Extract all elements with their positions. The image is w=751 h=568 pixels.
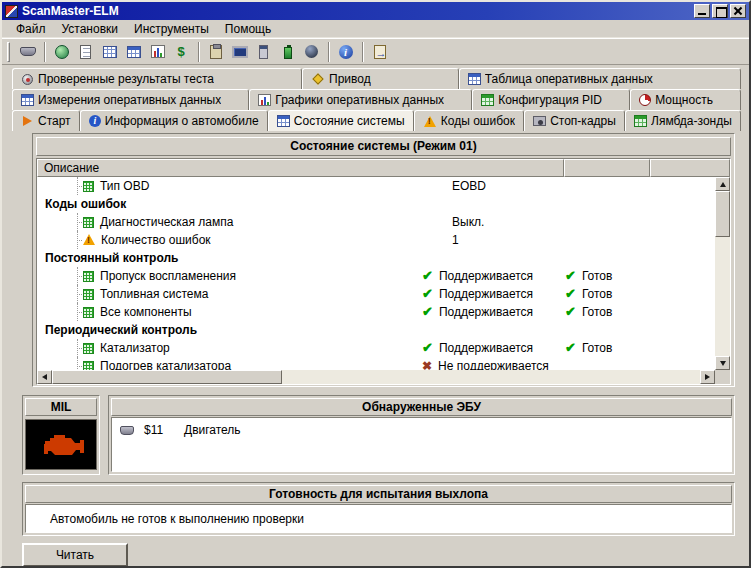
table-row[interactable]: Все компоненты✔Поддерживается✔Готов — [37, 303, 715, 321]
column-header-blank-1[interactable] — [564, 159, 650, 177]
close-button[interactable] — [730, 4, 746, 18]
tab-label: Состояние системы — [294, 114, 405, 128]
tab-lambda-sensors[interactable]: Лямбда-зонды — [625, 110, 741, 131]
clipboard-button[interactable] — [204, 40, 227, 63]
scroll-left-button[interactable] — [37, 370, 52, 384]
ecu-icon — [120, 426, 134, 435]
table-row[interactable]: Тип OBDEOBD — [37, 177, 715, 195]
tab-test-results[interactable]: Проверенные результаты теста — [12, 68, 302, 89]
toolbar-grip — [7, 42, 10, 62]
ecu-entry[interactable]: $11Двигатель — [112, 418, 731, 442]
scroll-down-button[interactable] — [715, 356, 730, 370]
cross-icon: ✖ — [422, 357, 432, 370]
status-grid-icon — [83, 217, 94, 228]
column-header-description[interactable]: Описание — [37, 159, 564, 177]
readiness-text: Готов — [582, 341, 613, 355]
check-icon: ✔ — [422, 285, 433, 303]
system-status-title: Состояние системы (Режим 01) — [36, 137, 731, 156]
toolbar — [2, 38, 749, 65]
app-icon — [5, 5, 18, 18]
tab-live-data-measurements[interactable]: Измерения оперативных данных — [12, 89, 249, 110]
group-label: Постоянный контроль — [45, 251, 178, 265]
exit-button[interactable] — [368, 40, 391, 63]
table-group-row[interactable]: Постоянный контроль — [37, 249, 715, 267]
tab-live-data-table[interactable]: Таблица оперативных данных — [459, 68, 741, 89]
table-row[interactable]: Топливная система✔Поддерживается✔Готов — [37, 285, 715, 303]
phone-button[interactable] — [252, 40, 275, 63]
vertical-scroll-thumb[interactable] — [715, 191, 730, 237]
info-button[interactable] — [334, 40, 357, 63]
value-cell: ✔Поддерживается — [422, 339, 533, 357]
read-button[interactable]: Читать — [22, 543, 128, 567]
menu-item[interactable]: Установки — [54, 21, 126, 37]
tab-power[interactable]: Мощность — [630, 89, 741, 110]
tab-freeze-frames[interactable]: Стоп-кадры — [524, 110, 625, 131]
title-bar: ScanMaster-ELM — [2, 2, 749, 20]
table-row[interactable]: Катализатор✔Поддерживается✔Готов — [37, 339, 715, 357]
phone-icon — [259, 45, 268, 59]
menu-item[interactable]: Помощь — [217, 21, 279, 37]
obd-connector-button[interactable] — [16, 40, 39, 63]
value-cell: Выкл. — [452, 213, 484, 231]
horizontal-scroll-thumb[interactable] — [52, 370, 282, 384]
tab-pid-config[interactable]: Конфигурация PID — [472, 89, 630, 110]
tab-area: Проверенные результаты тестаПриводТаблиц… — [2, 65, 749, 131]
warning-icon — [83, 234, 95, 245]
tab-start[interactable]: Старт — [12, 110, 80, 131]
table-group-row[interactable]: Коды ошибок — [37, 195, 715, 213]
actuator-icon — [312, 73, 323, 84]
minimize-button[interactable] — [694, 4, 710, 18]
readiness-cell: ✔Готов — [565, 303, 612, 321]
maximize-button[interactable] — [712, 4, 728, 18]
chart-button[interactable] — [146, 40, 169, 63]
engine-mil-icon — [38, 431, 84, 459]
ecu-list: $11Двигатель — [111, 417, 732, 472]
dollar-button[interactable] — [170, 40, 193, 63]
check-icon: ✔ — [422, 339, 433, 357]
monitor-button[interactable] — [228, 40, 251, 63]
scroll-right-button[interactable] — [700, 370, 715, 384]
data-table-button[interactable] — [122, 40, 145, 63]
menu-item[interactable]: Инструменты — [126, 21, 217, 37]
scrollbar-corner — [715, 370, 730, 384]
ecu-name: Двигатель — [184, 423, 241, 437]
battery-button[interactable] — [276, 40, 299, 63]
tab-label: Мощность — [655, 93, 713, 107]
document-button[interactable] — [74, 40, 97, 63]
status-table: Описание Тип OBDEOBDКоды ошибокДиагности… — [36, 158, 731, 385]
value-cell: ✔Поддерживается — [422, 285, 533, 303]
table-icon — [468, 73, 481, 85]
horizontal-scrollbar[interactable] — [37, 370, 715, 384]
table-row[interactable]: Пропуск воспламенения✔Поддерживается✔Гот… — [37, 267, 715, 285]
tab-trouble-codes[interactable]: Коды ошибок — [414, 110, 524, 131]
tab-vehicle-info[interactable]: Информация о автомобиле — [80, 110, 268, 131]
disc-button[interactable] — [300, 40, 323, 63]
tab-live-data-graphs[interactable]: Графики оперативных данных — [249, 89, 472, 110]
row-label: Подогрев катализатора — [100, 359, 231, 370]
table-row[interactable]: Количество ошибок1 — [37, 231, 715, 249]
menu-item[interactable]: Файл — [8, 21, 54, 37]
window-controls — [694, 4, 746, 18]
arrow-up-icon — [720, 182, 726, 187]
tab-label: Измерения оперативных данных — [38, 93, 221, 107]
vertical-scrollbar[interactable] — [715, 177, 730, 370]
globe-button[interactable] — [50, 40, 73, 63]
row-label: Катализатор — [100, 341, 170, 355]
table-row[interactable]: Диагностическая лампаВыкл. — [37, 213, 715, 231]
column-header-blank-2[interactable] — [650, 159, 730, 177]
monitor-icon — [232, 46, 248, 58]
table-group-row[interactable]: Периодический контроль — [37, 321, 715, 339]
power-icon — [639, 94, 651, 106]
obd-connector-icon — [20, 47, 36, 56]
scroll-up-button[interactable] — [715, 177, 730, 191]
tab-system-status[interactable]: Состояние системы — [268, 110, 414, 131]
grid-button[interactable] — [98, 40, 121, 63]
tab-label: Конфигурация PID — [498, 93, 602, 107]
value-text: Поддерживается — [439, 341, 533, 355]
battery-icon — [284, 47, 292, 59]
check-icon: ✔ — [565, 285, 576, 303]
tab-label: Лямбда-зонды — [651, 114, 732, 128]
tab-actuator[interactable]: Привод — [302, 68, 459, 89]
table-row[interactable]: Подогрев катализатора✖Не поддерживается — [37, 357, 715, 370]
status-grid-icon — [83, 289, 94, 300]
